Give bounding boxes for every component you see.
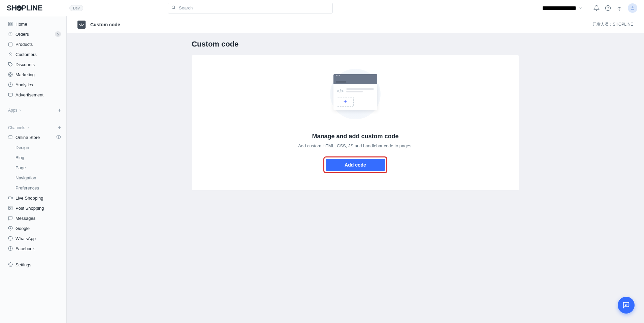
nav-label: Advertisement [15,92,61,97]
avatar[interactable] [628,3,637,13]
home-icon [8,22,15,26]
top-header: SHPLINE Dev [0,0,644,16]
nav-post-shopping[interactable]: Post Shopping [0,203,66,213]
empty-state-card: </> + Manage and add custom code Add cus… [192,55,519,190]
svg-rect-18 [8,93,12,96]
logo[interactable]: SHPLINE [7,4,42,12]
chat-icon [622,301,630,309]
sub-blog[interactable]: Blog [0,152,66,163]
help-icon[interactable] [605,5,611,11]
svg-point-5 [632,6,633,8]
nav-live-shopping[interactable]: Live Shopping [0,193,66,203]
nav-advertisement[interactable]: Advertisement [0,90,66,100]
bell-icon[interactable] [593,5,600,11]
chat-fab[interactable] [618,297,635,314]
nav-label: Live Shopping [15,196,61,201]
dev-pill: Dev [69,5,84,11]
nav-label: Facebook [15,246,61,251]
nav-label: Orders [15,32,55,37]
eye-icon[interactable] [56,135,61,140]
nav-discounts[interactable]: Discounts [0,59,66,69]
dev-credit-name: SHOPLINE [613,22,633,27]
nav-settings[interactable]: Settings [0,260,66,270]
highlight-annotation: Add code [323,156,387,173]
online-store-icon [8,135,15,140]
apps-section-header[interactable]: Apps + [0,106,66,115]
search-wrap [168,3,333,13]
svg-point-16 [9,74,11,76]
customers-icon [8,52,15,57]
post-icon [8,206,15,210]
nav-customers[interactable]: Customers [0,49,66,59]
svg-rect-7 [11,22,12,24]
nav-label: Discounts [15,62,61,67]
search-input[interactable] [168,3,333,13]
nav-products[interactable]: Products [0,39,66,49]
nav-label: Settings [15,262,61,267]
nav-messages[interactable]: Messages [0,213,66,223]
svg-point-26 [8,236,12,240]
svg-point-2 [606,5,611,10]
nav-facebook[interactable]: Facebook [0,243,66,254]
dev-credit-prefix: 开发人员： [592,22,613,27]
sidebar: Home Orders 5 Products Customers Discoun… [0,16,67,323]
whatsapp-icon [8,236,15,241]
nav-label: Customers [15,52,61,57]
store-switcher[interactable] [543,6,582,10]
svg-point-20 [58,136,59,138]
apps-section-label: Apps [8,108,17,113]
svg-point-15 [8,72,12,77]
products-icon [8,42,15,47]
channels-section-header[interactable]: Channels + [0,123,66,132]
nav-label: Messages [15,216,61,221]
nav-google[interactable]: Google [0,223,66,233]
page-header: </> Custom code 开发人员：SHOPLINE [67,16,644,33]
discounts-icon [8,62,15,67]
nav-label: Marketing [15,72,61,77]
chevron-right-icon [19,109,22,112]
nav-home[interactable]: Home [0,19,66,29]
divider [588,5,588,11]
google-icon [8,226,15,231]
nav-whatsapp[interactable]: WhatsApp [0,233,66,243]
empty-state-illustration: </> + [198,69,512,119]
settings-icon [8,262,15,267]
nav-label: Google [15,226,61,231]
nav-label: Analytics [15,82,61,87]
nav-online-store[interactable]: Online Store [0,132,66,142]
svg-point-0 [172,6,174,8]
wifi-icon[interactable] [616,5,622,11]
svg-point-4 [619,10,620,10]
nav-label: WhatsApp [15,236,61,241]
user-icon [630,5,635,11]
page-header-title: Custom code [90,22,120,27]
empty-state-title: Manage and add custom code [198,133,512,140]
dev-credit: 开发人员：SHOPLINE [592,22,633,27]
svg-line-1 [174,8,175,9]
chevron-right-icon [27,126,30,129]
nav-orders[interactable]: Orders 5 [0,29,66,39]
sub-preferences[interactable]: Preferences [0,183,66,193]
add-code-button[interactable]: Add code [326,159,385,171]
header-right [543,3,637,13]
add-channel-button[interactable]: + [58,125,61,131]
sub-page[interactable]: Page [0,163,66,173]
orders-badge: 5 [55,31,61,37]
main-content: Custom code </> + M [67,33,644,323]
nav-label: Products [15,42,61,47]
messages-icon [8,216,15,221]
advertisement-icon [8,92,15,97]
nav-label: Online Store [15,135,56,140]
svg-point-24 [9,207,10,208]
sub-design[interactable]: Design [0,142,66,152]
sub-navigation[interactable]: Navigation [0,173,66,183]
add-app-button[interactable]: + [58,107,61,113]
nav-analytics[interactable]: Analytics [0,80,66,90]
page-title: Custom code [192,40,519,49]
live-icon [8,196,15,200]
nav-label: Post Shopping [15,206,61,211]
nav-label: Home [15,22,61,27]
nav-marketing[interactable]: Marketing [0,69,66,80]
facebook-icon [8,246,15,251]
svg-rect-9 [11,24,12,26]
